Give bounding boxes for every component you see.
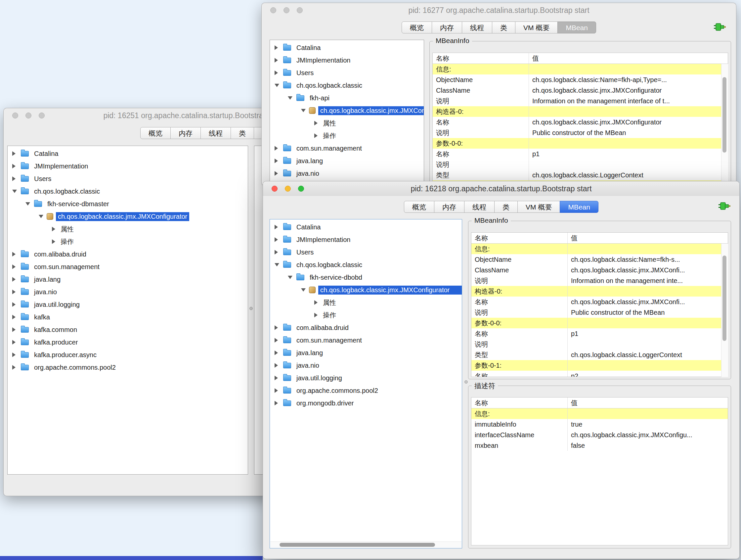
table-row[interactable]: 信息:	[471, 244, 728, 254]
disclosure-right-icon[interactable]	[275, 338, 281, 343]
tree-item[interactable]: java.nio	[270, 167, 424, 180]
tree-item[interactable]: JMImplementation	[270, 54, 424, 67]
table-row[interactable]: 说明	[471, 339, 728, 350]
table-row[interactable]: 说明Public constructor of the MBean	[433, 127, 728, 138]
tab-vm-summary[interactable]: VM 概要	[515, 21, 558, 34]
table-row[interactable]: 信息:	[471, 409, 728, 419]
tree-item[interactable]: Catalina	[8, 147, 248, 160]
table-row[interactable]: 参数-0-0:	[433, 138, 728, 148]
table-row[interactable]: 构造器-0:	[433, 106, 728, 117]
close-button[interactable]	[272, 186, 278, 192]
minimize-button[interactable]	[25, 113, 31, 119]
tree-item[interactable]: 属性	[8, 223, 248, 235]
tree-item[interactable]: ch.qos.logback.classic	[8, 185, 248, 198]
tab-classes[interactable]: 类	[494, 201, 518, 213]
tab-threads[interactable]: 线程	[462, 21, 492, 34]
disclosure-right-icon[interactable]	[12, 290, 19, 294]
disclosure-right-icon[interactable]	[275, 401, 281, 406]
disclosure-right-icon[interactable]	[12, 176, 19, 181]
table-row[interactable]: mxbeanfalse	[471, 440, 728, 451]
tree-item[interactable]: java.lang	[8, 273, 248, 286]
tab-classes[interactable]: 类	[230, 127, 254, 139]
table-row[interactable]: 参数-0-1:	[471, 360, 728, 371]
tree-item[interactable]: com.sun.management	[270, 334, 462, 347]
scrollbar-thumb[interactable]	[723, 77, 727, 152]
tree-item[interactable]: kafka.common	[8, 323, 248, 336]
disclosure-right-icon[interactable]	[275, 225, 281, 229]
title-bar[interactable]: pid: 16277 org.apache.catalina.startup.B…	[262, 3, 736, 17]
disclosure-right-icon[interactable]	[314, 121, 321, 125]
table-row[interactable]: 名称ch.qos.logback.classic.jmx.JMXConfi...	[471, 297, 728, 307]
table-row[interactable]: 参数-0-0:	[471, 318, 728, 328]
table-row[interactable]: 名称p1	[471, 328, 728, 339]
disclosure-right-icon[interactable]	[275, 58, 281, 63]
tree-item[interactable]: ch.qos.logback.classic.jmx.JMXConfigurat…	[270, 284, 462, 296]
splitter-handle[interactable]	[250, 307, 253, 310]
disclosure-down-icon[interactable]	[39, 215, 45, 218]
table-row[interactable]: interfaceClassNamech.qos.logback.classic…	[471, 430, 728, 440]
disclosure-right-icon[interactable]	[12, 302, 19, 307]
table-row[interactable]: 说明Public constructor of the MBean	[471, 307, 728, 318]
table-row[interactable]: ClassNamech.qos.logback.classic.jmx.JMXC…	[471, 265, 728, 275]
disclosure-right-icon[interactable]	[314, 133, 321, 138]
tree-item[interactable]: ch.qos.logback.classic.jmx.JMXConfigurat…	[8, 210, 248, 223]
close-button[interactable]	[12, 113, 18, 119]
table-row[interactable]: 说明Information on the management inte...	[471, 275, 728, 286]
scrollbar-thumb[interactable]	[279, 543, 435, 547]
disclosure-right-icon[interactable]	[12, 365, 19, 370]
tree-item[interactable]: JMImplementation	[270, 233, 462, 246]
disclosure-right-icon[interactable]	[12, 252, 19, 256]
table-row[interactable]: 说明Information on the management interfac…	[433, 96, 728, 106]
column-header-value[interactable]: 值	[567, 397, 728, 408]
disclosure-right-icon[interactable]	[275, 250, 281, 254]
tree-item[interactable]: ch.qos.logback.classic	[270, 79, 424, 92]
tab-overview[interactable]: 概览	[402, 21, 432, 34]
disclosure-right-icon[interactable]	[52, 227, 59, 231]
disclosure-down-icon[interactable]	[25, 202, 32, 205]
disclosure-right-icon[interactable]	[52, 239, 59, 244]
disclosure-right-icon[interactable]	[314, 313, 321, 317]
table-row[interactable]: 信息:	[433, 64, 728, 74]
zoom-button[interactable]	[298, 186, 304, 192]
tree-item[interactable]: java.nio	[8, 286, 248, 298]
tab-overview[interactable]: 概览	[140, 127, 171, 139]
table-row[interactable]: 类型ch.qos.logback.classic.LoggerContext	[471, 350, 728, 360]
disclosure-down-icon[interactable]	[288, 276, 294, 279]
disclosure-right-icon[interactable]	[275, 146, 281, 150]
tab-memory[interactable]: 内存	[432, 21, 462, 34]
table-row[interactable]: 类型ch.qos.logback.classic.LoggerContext	[433, 170, 728, 180]
disclosure-right-icon[interactable]	[275, 70, 281, 75]
tab-overview[interactable]: 概览	[404, 201, 434, 213]
tree-item[interactable]: com.alibaba.druid	[270, 321, 462, 334]
disclosure-down-icon[interactable]	[288, 96, 294, 100]
disclosure-right-icon[interactable]	[275, 363, 281, 368]
disclosure-right-icon[interactable]	[12, 327, 19, 332]
table-row[interactable]: ObjectNamech.qos.logback.classic:Name=fk…	[471, 254, 728, 265]
tree-item[interactable]: com.sun.management	[270, 142, 424, 154]
tree-item[interactable]: com.sun.management	[8, 260, 248, 273]
disclosure-down-icon[interactable]	[275, 84, 281, 87]
tab-memory[interactable]: 内存	[434, 201, 464, 213]
tree-item[interactable]: ch.qos.logback.classic.jmx.JMXConfigurat…	[270, 104, 424, 117]
table-row[interactable]: 名称p1	[433, 148, 728, 159]
splitter-handle[interactable]	[464, 380, 468, 384]
scrollbar-thumb[interactable]	[723, 255, 727, 341]
zoom-button[interactable]	[297, 7, 303, 13]
tree-item[interactable]: fkh-api	[270, 92, 424, 104]
tree-item[interactable]: kafka.producer.async	[8, 349, 248, 361]
column-header-name[interactable]: 名称	[471, 234, 567, 243]
column-header-value[interactable]: 值	[529, 53, 728, 64]
disclosure-right-icon[interactable]	[12, 315, 19, 319]
tree-item[interactable]: java.util.logging	[8, 298, 248, 311]
tree-item[interactable]: java.util.logging	[270, 372, 462, 384]
tree-item[interactable]: 属性	[270, 296, 462, 309]
table-row[interactable]: immutableInfotrue	[471, 419, 728, 430]
tree-item[interactable]: Catalina	[270, 41, 424, 54]
zoom-button[interactable]	[39, 113, 45, 119]
disclosure-right-icon[interactable]	[12, 353, 19, 357]
vertical-scrollbar[interactable]	[721, 64, 728, 186]
tree-item[interactable]: JMImplementation	[8, 160, 248, 173]
disclosure-right-icon[interactable]	[12, 277, 19, 282]
tree-item[interactable]: java.nio	[270, 359, 462, 372]
tree-item[interactable]: fkh-service-dbobd	[270, 271, 462, 284]
